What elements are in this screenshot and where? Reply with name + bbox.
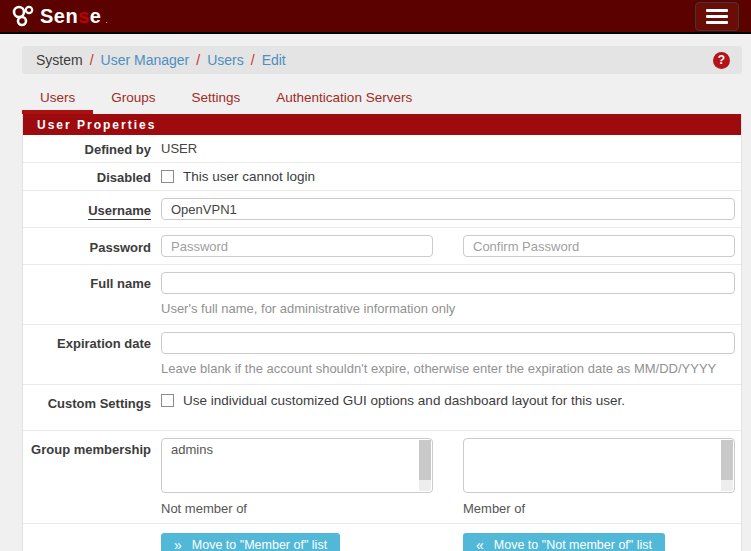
breadcrumb-section: System / User Manager / Users / Edit ? xyxy=(0,34,751,82)
disabled-checkbox[interactable] xyxy=(161,170,174,183)
expiration-date-label: Expiration date xyxy=(23,329,151,352)
breadcrumb-user-manager-link[interactable]: User Manager xyxy=(101,52,190,68)
username-input[interactable] xyxy=(161,198,735,220)
move-to-not-member-of-button[interactable]: « Move to "Not member of" list xyxy=(463,533,665,551)
member-of-select[interactable] xyxy=(463,438,735,493)
tab-groups[interactable]: Groups xyxy=(93,84,173,114)
full-name-input[interactable] xyxy=(161,272,735,294)
defined-by-value: USER xyxy=(161,141,735,156)
panel-title: User Properties xyxy=(23,114,741,135)
pfsense-logo-icon xyxy=(10,4,36,28)
help-icon[interactable]: ? xyxy=(713,52,730,69)
custom-settings-label: Custom Settings xyxy=(23,389,151,412)
custom-settings-checkbox-label: Use individual customized GUI options an… xyxy=(183,393,625,408)
tab-bar: Users Groups Settings Authentication Ser… xyxy=(0,84,751,114)
not-member-of-caption: Not member of xyxy=(161,501,433,516)
password-label: Password xyxy=(23,237,151,256)
logo-text: Sense xyxy=(40,5,101,28)
breadcrumb-separator: / xyxy=(251,52,255,68)
top-navbar: Sense . xyxy=(0,0,751,34)
field-row-disabled: Disabled This user cannot login xyxy=(23,163,741,191)
not-member-of-select[interactable]: admins xyxy=(161,438,433,493)
select-scrollbar[interactable] xyxy=(721,440,733,491)
hamburger-menu-icon[interactable] xyxy=(695,2,739,31)
field-row-password: Password xyxy=(23,228,741,265)
breadcrumb-users-link[interactable]: Users xyxy=(207,52,244,68)
defined-by-label: Defined by xyxy=(23,139,151,158)
double-chevron-left-icon: « xyxy=(476,538,484,551)
breadcrumb: System / User Manager / Users / Edit ? xyxy=(22,46,742,74)
disabled-label: Disabled xyxy=(23,167,151,186)
breadcrumb-separator: / xyxy=(196,52,200,68)
field-row-defined-by: Defined by USER xyxy=(23,135,741,163)
password-input[interactable] xyxy=(161,235,433,257)
custom-settings-checkbox[interactable] xyxy=(161,394,174,407)
username-label: Username xyxy=(23,200,151,219)
field-row-expiration-date: Expiration date Leave blank if the accou… xyxy=(23,325,741,385)
move-to-member-of-button[interactable]: » Move to "Member of" list xyxy=(161,533,340,551)
tab-settings[interactable]: Settings xyxy=(174,84,259,114)
breadcrumb-separator: / xyxy=(90,52,94,68)
expiration-date-hint: Leave blank if the account shouldn't exp… xyxy=(161,360,721,377)
breadcrumb-system: System xyxy=(36,52,83,68)
field-row-custom-settings: Custom Settings Use individual customize… xyxy=(23,385,741,431)
double-chevron-right-icon: » xyxy=(174,538,182,551)
select-scrollbar[interactable] xyxy=(419,440,431,491)
field-row-username: Username xyxy=(23,191,741,228)
group-option-admins[interactable]: admins xyxy=(171,441,412,458)
disabled-checkbox-label: This user cannot login xyxy=(183,169,315,184)
group-membership-label: Group membership xyxy=(23,435,151,458)
pfsense-logo[interactable]: Sense . xyxy=(10,4,108,28)
group-move-row: » Move to "Member of" list « Move to "No… xyxy=(23,524,741,551)
confirm-password-input[interactable] xyxy=(463,235,735,257)
expiration-date-input[interactable] xyxy=(161,332,735,354)
field-row-group-membership: Group membership admins Not member of Me… xyxy=(23,431,741,524)
tab-users[interactable]: Users xyxy=(22,84,93,114)
tab-authentication-servers[interactable]: Authentication Servers xyxy=(258,84,430,114)
logo-reg-mark: . xyxy=(105,16,107,25)
full-name-label: Full name xyxy=(23,269,151,292)
field-row-full-name: Full name User's full name, for administ… xyxy=(23,265,741,325)
member-of-caption: Member of xyxy=(463,501,735,516)
full-name-hint: User's full name, for administrative inf… xyxy=(161,300,735,317)
breadcrumb-edit-link[interactable]: Edit xyxy=(262,52,286,68)
user-properties-panel: User Properties Defined by USER Disabled… xyxy=(22,114,742,551)
